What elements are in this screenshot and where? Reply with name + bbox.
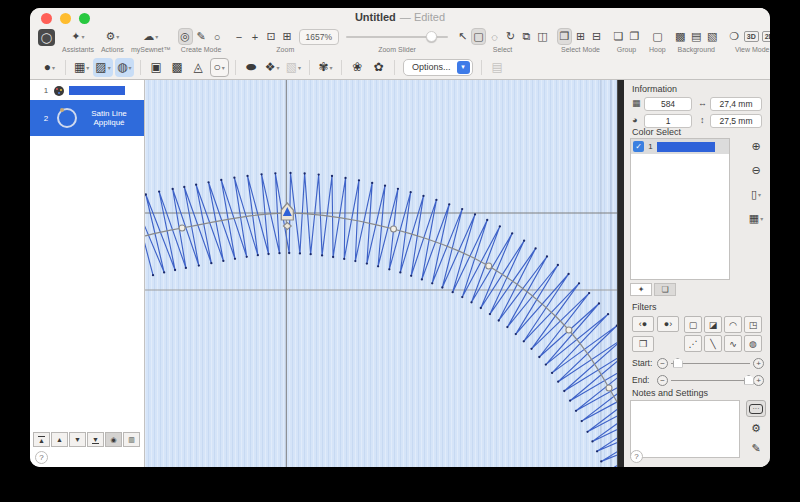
replace-selection-icon[interactable]: ❐ bbox=[557, 28, 572, 45]
view-2d-icon-glyph: 2D bbox=[762, 31, 770, 42]
app-window: Untitled— Edited ◯ ✦▾Assistants⚙▾Actions… bbox=[30, 8, 770, 467]
design-canvas[interactable] bbox=[145, 80, 617, 467]
stitch-count-field[interactable]: 584 bbox=[644, 97, 692, 111]
previous-color-block-button[interactable]: ‹● bbox=[632, 316, 654, 332]
cursor-select-icon[interactable]: ↖ bbox=[455, 28, 470, 45]
toolbar-group-label: Group bbox=[617, 46, 636, 53]
zoom-to-rect-icon[interactable]: ⊡ bbox=[264, 28, 279, 45]
move-down-button[interactable]: ▼ bbox=[69, 432, 86, 447]
wreath-tool[interactable]: ❀ bbox=[348, 58, 367, 77]
zoom-to-fit-icon[interactable]: ⊞ bbox=[280, 28, 295, 45]
remove-from-selection-icon[interactable]: ⊟ bbox=[589, 28, 604, 45]
zoom-slider[interactable] bbox=[346, 28, 448, 45]
settings-button[interactable]: ⚙ bbox=[746, 420, 766, 437]
remove-color-block-button[interactable]: ⊖ bbox=[746, 162, 766, 179]
view-3d-icon[interactable]: 3D bbox=[743, 28, 760, 45]
select-all-icon[interactable]: ⧉ bbox=[519, 28, 534, 45]
thread-range-button-glyph: ▯ bbox=[751, 188, 757, 201]
filter-motif-line-button[interactable]: ∿ bbox=[724, 335, 742, 352]
thread-range-button[interactable]: ▯▾ bbox=[746, 186, 766, 203]
edit-notes-button[interactable]: ✎ bbox=[746, 440, 766, 457]
applique-fabric-tool[interactable]: ▩ bbox=[168, 58, 187, 77]
filter-applique-button[interactable]: ◳ bbox=[744, 316, 762, 333]
add-color-block-button[interactable]: ⊕ bbox=[746, 138, 766, 155]
spray-tool[interactable]: ✿ bbox=[369, 58, 388, 77]
end-minus-button[interactable]: − bbox=[657, 375, 668, 386]
zoom-in-icon[interactable]: + bbox=[248, 28, 263, 45]
filter-satin-column-button[interactable]: ⋰ bbox=[684, 335, 702, 352]
end-label: End: bbox=[632, 375, 654, 385]
zoom-slider-thumb[interactable] bbox=[426, 31, 437, 42]
select-all-icon-glyph: ⧉ bbox=[523, 30, 531, 43]
assistants-wizard-icon[interactable]: ✦▾ bbox=[70, 28, 85, 45]
applique-outline-tool[interactable]: ▣ bbox=[147, 58, 166, 77]
options-select[interactable]: Options...▾ bbox=[403, 59, 473, 76]
start-slider-thumb[interactable] bbox=[673, 358, 683, 368]
notes-text-area[interactable] bbox=[630, 400, 740, 458]
deselect-all-icon[interactable]: ◫ bbox=[535, 28, 550, 45]
help-button[interactable]: ? bbox=[630, 450, 643, 463]
filter-single-stitch-button[interactable]: ╲ bbox=[704, 335, 722, 352]
move-to-bottom-button[interactable]: ▼ bbox=[87, 432, 104, 447]
hole-tool[interactable]: ⬬ bbox=[242, 58, 261, 77]
quick-create-icon[interactable]: ◎ bbox=[178, 28, 193, 45]
group-icon[interactable]: ❏ bbox=[611, 28, 626, 45]
notes-button[interactable]: ··· bbox=[746, 400, 766, 417]
color-film-toggle-button[interactable]: ◉ bbox=[105, 432, 122, 447]
color-swatch[interactable] bbox=[657, 142, 715, 152]
color-count-field[interactable]: 1 bbox=[644, 114, 692, 128]
end-slider-thumb[interactable] bbox=[744, 375, 754, 385]
filter-satin-border-button[interactable]: ◪ bbox=[704, 316, 722, 333]
freehand-select-icon[interactable]: ◌ bbox=[487, 28, 502, 45]
help-button[interactable]: ? bbox=[35, 451, 48, 464]
ungroup-icon[interactable]: ❐ bbox=[627, 28, 642, 45]
actions-gear-icon[interactable]: ⚙▾ bbox=[104, 28, 120, 45]
density-button[interactable]: ▦▾ bbox=[746, 210, 766, 227]
move-to-top-button[interactable]: ▲ bbox=[33, 432, 50, 447]
satin-line-tool[interactable]: ▨▾ bbox=[93, 58, 112, 77]
start-slider[interactable] bbox=[671, 358, 750, 369]
color-row[interactable]: ✓ 1 bbox=[631, 139, 729, 154]
background-fabric-icon[interactable]: ▩ bbox=[673, 28, 688, 45]
zoom-value[interactable]: 1657% bbox=[299, 29, 339, 45]
select-color-blocks-button[interactable]: ❒ bbox=[632, 336, 654, 352]
thread-color-tool[interactable]: ●▾ bbox=[40, 58, 59, 77]
end-slider[interactable] bbox=[671, 375, 750, 386]
emboss-tool[interactable]: ❖▾ bbox=[263, 58, 282, 77]
filter-fill-area-button[interactable]: ◠ bbox=[724, 316, 742, 333]
rotate-select-icon[interactable]: ↻ bbox=[503, 28, 518, 45]
freehand-create-icon[interactable]: ✎ bbox=[194, 28, 209, 45]
next-color-block-button[interactable]: ●› bbox=[657, 316, 679, 332]
width-field[interactable]: 27,4 mm bbox=[710, 97, 762, 111]
start-plus-button[interactable]: + bbox=[753, 358, 764, 369]
add-to-selection-icon[interactable]: ⊞ bbox=[573, 28, 588, 45]
layer-row-2-selected[interactable]: 2 Satin Line Appliqué bbox=[30, 100, 144, 136]
ghost-mode-icon[interactable]: ❍ bbox=[727, 28, 742, 45]
zoom-out-icon[interactable]: − bbox=[232, 28, 247, 45]
create-toolbar: ●▾▦▾▨▾◍▾▣▩◬○▾⬬❖▾▧▾✾▾❀✿Options...▾▤ bbox=[30, 55, 770, 80]
view-2d-icon[interactable]: 2D bbox=[761, 28, 770, 45]
height-field[interactable]: 27,5 mm bbox=[710, 114, 762, 128]
tab-color-blocks[interactable]: ✦ bbox=[630, 283, 652, 296]
motif-fill-tool[interactable]: ◍▾ bbox=[115, 58, 134, 77]
move-down-button-glyph: ▼ bbox=[74, 436, 81, 443]
shape-insert-tool[interactable]: ◬ bbox=[189, 58, 208, 77]
color-checkbox[interactable]: ✓ bbox=[633, 141, 644, 152]
layer-row-1[interactable]: 1 bbox=[30, 83, 144, 98]
filter-colors-button[interactable]: ◍ bbox=[744, 335, 762, 352]
multiply-tool[interactable]: ✾▾ bbox=[316, 58, 335, 77]
start-minus-button[interactable]: − bbox=[657, 358, 668, 369]
background-edit-icon[interactable]: ▧ bbox=[705, 28, 720, 45]
filter-running-stitch-button[interactable]: ▢ bbox=[684, 316, 702, 333]
shape-circle-tool[interactable]: ○▾ bbox=[210, 58, 229, 77]
mysewnet-cloud-icon[interactable]: ☁▾ bbox=[142, 28, 159, 45]
tab-clipboard[interactable]: ❏ bbox=[654, 283, 676, 296]
hoop-icon[interactable]: ▢ bbox=[650, 28, 665, 45]
precise-create-icon[interactable]: ○ bbox=[210, 28, 225, 45]
end-plus-button[interactable]: + bbox=[753, 375, 764, 386]
design-frame-button[interactable]: ▥ bbox=[123, 432, 140, 447]
move-up-button[interactable]: ▲ bbox=[51, 432, 68, 447]
box-select-icon[interactable]: ▢ bbox=[471, 28, 486, 45]
pattern-fill-tool[interactable]: ▦▾ bbox=[72, 58, 91, 77]
background-picture-icon[interactable]: ▤ bbox=[689, 28, 704, 45]
